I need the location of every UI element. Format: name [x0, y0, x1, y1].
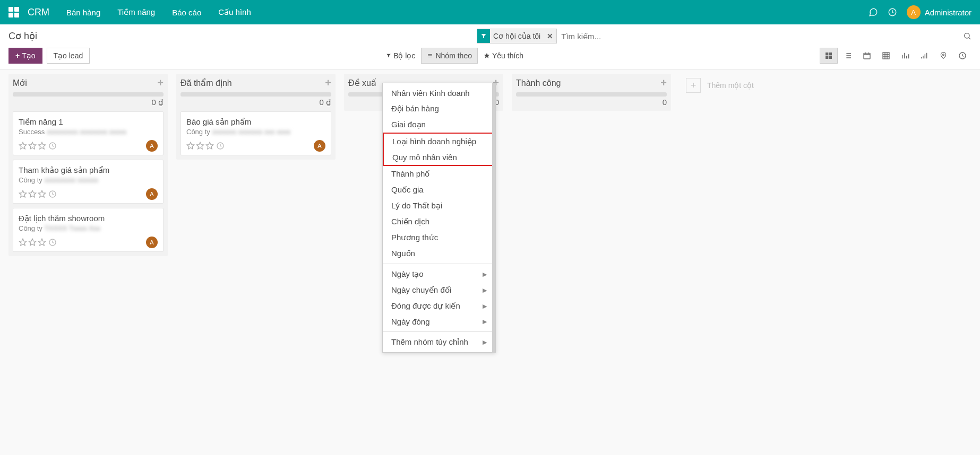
svg-point-8: [943, 54, 944, 56]
user-avatar[interactable]: A: [907, 5, 921, 19]
pivot-view-icon[interactable]: [877, 48, 895, 64]
card-subtitle: Công ty xxxxxxx xxxxxxx xxx xxxx: [186, 128, 325, 136]
nav-bao-cao[interactable]: Báo cáo: [172, 8, 201, 17]
column-sum: 0 ₫: [8, 98, 168, 111]
group-by-option[interactable]: Thành phố: [383, 166, 495, 182]
card-subtitle: Công ty TXXXX Txxxx Xxx: [19, 224, 158, 232]
favorites-label: Yêu thích: [492, 51, 523, 60]
kanban-card[interactable]: Đặt lịch thăm showroom Công ty TXXXX Txx…: [13, 208, 164, 252]
group-by-option[interactable]: Phương thức: [383, 230, 495, 246]
kanban-card[interactable]: Tiềm năng 1 Success xxxxxxxxx xxxxxxxx x…: [13, 111, 164, 155]
activities-icon[interactable]: [888, 7, 897, 17]
activity-clock-icon[interactable]: [48, 190, 57, 198]
nav-ban-hang[interactable]: Bán hàng: [66, 8, 100, 17]
column-progress-bar: [180, 92, 331, 97]
add-column-label: Thêm một cột: [707, 81, 754, 90]
plus-icon: +: [686, 78, 701, 93]
column-sum: 0: [512, 98, 671, 111]
filters-button[interactable]: Bộ lọc: [380, 48, 421, 64]
search-bar: Cơ hội của tôi ✕: [477, 29, 955, 43]
create-button[interactable]: +Tạo: [8, 48, 42, 64]
kanban-card[interactable]: Báo giá sản phẩm Công ty xxxxxxx xxxxxxx…: [180, 111, 331, 155]
group-by-dropdown: Nhân viên Kinh doanhĐội bán hàngGiai đoạ…: [382, 83, 496, 260]
facet-label: Cơ hội của tôi: [490, 32, 544, 40]
column-progress-bar: [516, 92, 667, 97]
highlighted-group-options: Loại hình doanh nghiệpQuy mô nhân viên: [383, 133, 495, 166]
svg-rect-4: [826, 56, 828, 59]
group-by-option[interactable]: Chiến dịch: [383, 214, 495, 230]
card-title: Tiềm năng 1: [19, 117, 158, 127]
user-name[interactable]: Administrator: [925, 8, 972, 17]
calendar-view-icon[interactable]: [858, 48, 876, 64]
activity-clock-icon[interactable]: [216, 142, 225, 150]
facet-remove[interactable]: ✕: [544, 32, 556, 40]
svg-rect-2: [826, 52, 828, 55]
kanban-column: Mới + 0 ₫ Tiềm năng 1 Success xxxxxxxxx …: [8, 74, 168, 256]
group-by-option[interactable]: Giai đoạn: [383, 117, 495, 133]
control-panel: Cơ hội Cơ hội của tôi ✕ +Tạo Tạo lead Bộ…: [0, 24, 980, 69]
nav-cau-hinh[interactable]: Cấu hình: [218, 7, 251, 17]
dropdown-scrollbar[interactable]: [492, 83, 495, 260]
map-view-icon[interactable]: [934, 48, 952, 64]
group-by-option[interactable]: Đội bán hàng: [383, 101, 495, 117]
svg-rect-3: [829, 52, 832, 55]
cohort-view-icon[interactable]: [915, 48, 933, 64]
group-by-option[interactable]: Nhân viên Kinh doanh: [383, 85, 495, 101]
column-quick-add[interactable]: +: [157, 77, 164, 89]
graph-view-icon[interactable]: [896, 48, 914, 64]
activity-clock-icon[interactable]: [48, 142, 57, 150]
card-avatar[interactable]: A: [146, 237, 158, 248]
svg-point-1: [965, 33, 969, 38]
brand[interactable]: CRM: [28, 7, 49, 18]
search-facet: Cơ hội của tôi ✕: [477, 29, 557, 43]
filter-icon: [477, 29, 490, 43]
svg-rect-7: [883, 52, 889, 59]
kanban-column: Đã thẩm định + 0 ₫ Báo giá sản phẩm Công…: [176, 74, 336, 160]
kanban-column: Thành công + 0: [512, 74, 671, 111]
column-quick-add[interactable]: +: [325, 77, 331, 89]
list-view-icon[interactable]: [839, 48, 857, 64]
group-by-option[interactable]: Lý do Thất bại: [383, 198, 495, 214]
search-icon[interactable]: [963, 32, 972, 40]
priority-stars[interactable]: [19, 142, 46, 150]
breadcrumb: Cơ hội: [8, 30, 37, 42]
conversations-icon[interactable]: [869, 7, 878, 17]
card-subtitle: Success xxxxxxxxx xxxxxxxx xxxxx: [19, 128, 158, 136]
apps-icon[interactable]: [8, 7, 19, 18]
column-quick-add[interactable]: +: [660, 77, 667, 89]
priority-stars[interactable]: [186, 142, 214, 150]
favorites-button[interactable]: Yêu thích: [478, 48, 529, 64]
activity-clock-icon[interactable]: [48, 238, 57, 247]
top-nav: CRM Bán hàng Tiềm năng Báo cáo Cấu hình …: [0, 0, 980, 24]
priority-stars[interactable]: [19, 238, 46, 247]
group-by-button[interactable]: Nhóm theo: [421, 48, 477, 64]
create-label: Tạo: [22, 51, 35, 60]
kanban-card[interactable]: Tham khảo giá sản phẩm Công ty xxxxxxxxx…: [13, 160, 164, 204]
group-by-option[interactable]: Quốc gia: [383, 182, 495, 198]
column-title[interactable]: Thành công: [516, 78, 561, 88]
activity-view-icon[interactable]: [953, 48, 972, 64]
column-title[interactable]: Mới: [13, 78, 27, 88]
card-subtitle: Công ty xxxxxxxxx xxxxxx: [19, 176, 158, 184]
card-title: Tham khảo giá sản phẩm: [19, 165, 158, 175]
priority-stars[interactable]: [19, 190, 46, 198]
search-input[interactable]: [557, 30, 955, 43]
group-by-option[interactable]: Loại hình doanh nghiệp: [384, 134, 494, 150]
kanban-view-icon[interactable]: [820, 48, 838, 64]
card-avatar[interactable]: A: [146, 188, 158, 200]
card-title: Báo giá sản phẩm: [186, 117, 325, 127]
group-by-option[interactable]: Quy mô nhân viên: [384, 150, 494, 165]
add-column-button[interactable]: + Thêm một cột: [680, 74, 839, 97]
column-title[interactable]: Đề xuấ: [348, 78, 376, 88]
svg-rect-6: [864, 53, 870, 59]
group-by-label: Nhóm theo: [435, 51, 471, 60]
column-title[interactable]: Đã thẩm định: [180, 78, 232, 88]
column-progress-bar: [13, 92, 164, 97]
group-by-option[interactable]: Nguồn: [383, 246, 495, 260]
nav-tiem-nang[interactable]: Tiềm năng: [117, 7, 155, 17]
card-avatar[interactable]: A: [146, 140, 158, 152]
card-avatar[interactable]: A: [314, 140, 325, 152]
create-lead-button[interactable]: Tạo lead: [47, 48, 90, 64]
svg-rect-5: [829, 56, 832, 59]
column-sum: 0 ₫: [176, 98, 336, 111]
